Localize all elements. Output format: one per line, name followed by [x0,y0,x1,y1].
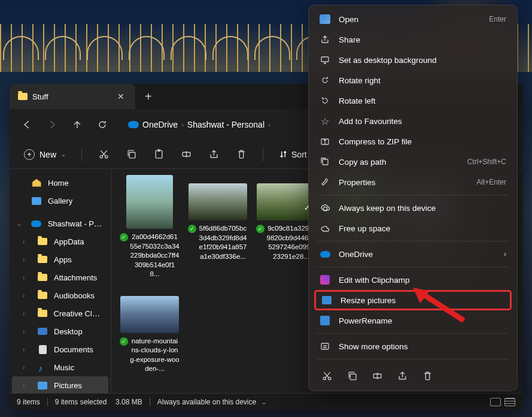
svg-rect-6 [321,57,329,62]
annotation-arrow [413,288,467,324]
sidebar-item-onedrive-personal[interactable]: ⌄Shashwat - Pers [12,214,108,232]
svg-rect-10 [321,343,329,349]
svg-point-1 [105,156,107,158]
svg-rect-13 [350,374,356,380]
forward-button[interactable] [41,114,63,135]
desktop-icon [320,55,330,65]
menu-onedrive[interactable]: OneDrive› [312,244,513,264]
rename-button[interactable] [174,144,198,165]
menu-properties[interactable]: PropertiesAlt+Enter [312,172,513,192]
file-item[interactable]: ✓2a00d4662d6155e75032c3a34229bbda0cc7ff4… [120,175,180,279]
copy-button[interactable] [340,365,364,386]
wrench-icon [320,177,330,187]
sidebar-item-home[interactable]: Home [12,174,108,192]
delete-button[interactable] [229,144,253,165]
menu-favourites[interactable]: ☆Add to Favourites [312,111,513,131]
cloud-sync-icon [320,203,330,213]
paste-button[interactable] [147,144,171,165]
sidebar-item-attachments[interactable]: ›Attachments [12,268,108,286]
close-tab-button[interactable]: ✕ [115,92,127,101]
sync-available-icon: ✓ [120,337,128,346]
share-button[interactable] [202,144,226,165]
sidebar-item-audiobooks[interactable]: ›Audiobooks [12,286,108,304]
cut-button[interactable] [315,365,339,386]
powerrename-icon [320,316,330,325]
folder-icon [18,93,28,100]
sidebar-item-appdata[interactable]: ›AppData [12,232,108,250]
context-menu: OpenEnter Share Set as desktop backgroun… [308,5,518,391]
menu-rotate-left[interactable]: Rotate left [312,90,513,111]
file-item[interactable]: ✓9c09c81a3296f9820cb9d446c55297246e09972… [256,175,316,279]
star-icon: ☆ [320,116,330,126]
file-item[interactable]: ✓nature-mountains-clouds-y-long-exposure… [120,288,180,374]
sidebar: Home Gallery ⌄Shashwat - Pers ›AppData ›… [10,169,111,393]
rotate-right-icon [320,75,330,85]
up-button[interactable] [66,114,89,135]
svg-rect-2 [129,152,135,158]
menu-free-up[interactable]: Free up space [312,218,513,238]
new-button[interactable]: + New ⌄ [18,146,72,164]
svg-point-11 [323,377,326,379]
photo-icon [320,14,330,24]
cloud-icon [320,225,330,232]
refresh-button[interactable] [91,114,114,135]
folder-icon [38,292,47,299]
chevron-right-icon: › [268,121,270,128]
breadcrumb[interactable]: OneDrive › Shashwat - Personal › [128,120,270,129]
share-button[interactable] [390,365,414,386]
clipchamp-icon [320,275,330,285]
pictures-icon [38,382,47,389]
menu-compress[interactable]: Compress to ZIP file [312,131,513,152]
new-tab-button[interactable]: + [135,90,162,104]
window-tab[interactable]: Stuff ✕ [10,84,135,109]
cut-button[interactable] [92,144,115,165]
rename-button[interactable] [365,365,389,386]
view-large-button[interactable] [504,398,515,406]
breadcrumb-segment[interactable]: Shashwat - Personal [187,120,265,129]
plus-icon: + [24,149,35,160]
back-button[interactable] [16,114,38,135]
menu-clipchamp[interactable]: Edit with Clipchamp [312,270,513,290]
view-details-button[interactable] [490,398,501,406]
more-icon [320,342,330,351]
share-icon [320,35,330,44]
copy-button[interactable] [119,144,143,165]
resize-icon [322,296,332,304]
menu-more-options[interactable]: Show more options [312,336,513,356]
sidebar-item-music[interactable]: ›♪Music [12,358,108,376]
chevron-right-icon: › [181,121,184,128]
status-selected: 9 items selected [55,398,107,406]
file-item[interactable]: ✓5f6d86db705bc3d4db329fd8d4e1f20b941a857… [188,175,248,279]
thumbnail [126,175,173,229]
menu-rotate-right[interactable]: Rotate right [312,70,513,90]
sidebar-item-creative[interactable]: ›Creative Cloud [12,304,108,322]
status-bar: 9 items 9 items selected 3.08 MB Always … [10,393,522,410]
menu-copy-path[interactable]: Copy as pathCtrl+Shift+C [312,152,513,172]
chevron-down-icon: ⌄ [61,151,66,158]
sidebar-item-documents[interactable]: ›Documents [12,340,108,358]
menu-always-keep[interactable]: ✓Always keep on this device [312,198,513,218]
folder-icon [38,256,47,263]
desktop-icon [38,328,47,335]
folder-icon [38,310,47,317]
menu-set-background[interactable]: Set as desktop background [312,50,513,70]
sidebar-item-pictures[interactable]: ›Pictures [12,376,108,393]
sidebar-item-gallery[interactable]: Gallery [12,192,108,210]
breadcrumb-root[interactable]: OneDrive [142,120,178,129]
sidebar-item-desktop[interactable]: ›Desktop [12,322,108,340]
sync-available-icon: ✓ [188,225,196,233]
thumbnail [120,296,179,333]
document-icon [39,345,47,354]
menu-quick-actions [312,362,513,387]
svg-point-0 [100,156,102,158]
menu-share[interactable]: Share [312,29,513,50]
status-item-count: 9 items [17,398,40,406]
status-availability: Always available on this device [157,398,256,406]
menu-open[interactable]: OpenEnter [312,9,513,29]
music-icon: ♪ [38,363,47,371]
sort-label: Sort [291,150,307,159]
sidebar-item-apps[interactable]: ›Apps [12,250,108,268]
chevron-down-icon[interactable]: ⌄ [261,398,267,406]
delete-button[interactable] [415,365,439,386]
gallery-icon [32,197,41,205]
